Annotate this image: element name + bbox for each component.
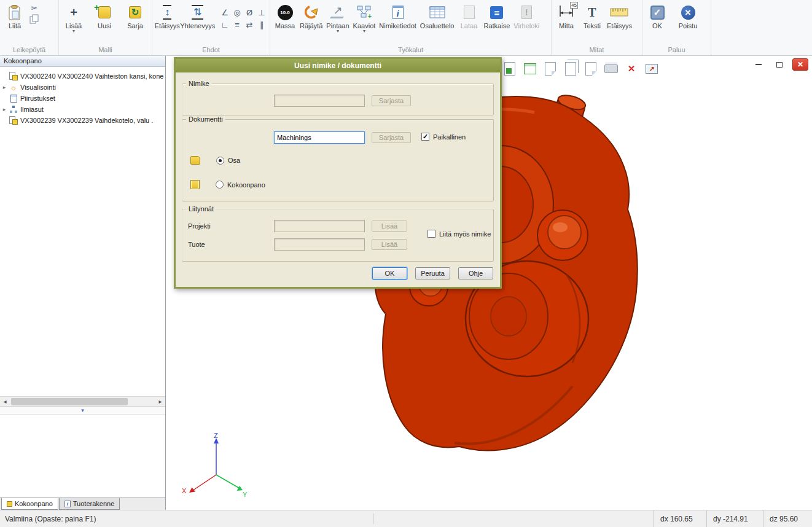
new-item-document-dialog: Uusi nimike / dokumentti Nimike Sarjasta…	[174, 57, 502, 289]
expand-icon[interactable]: ▸	[0, 106, 9, 112]
parallel2-constraint-icon[interactable]: ∥	[256, 18, 268, 31]
item-info-button[interactable]: i Nimiketiedot	[377, 1, 418, 29]
right-angle-constraint-icon[interactable]: ∟	[219, 18, 231, 31]
item-code-input[interactable]	[274, 95, 365, 107]
assembly-doc-icon	[9, 72, 18, 80]
product-input[interactable]	[274, 238, 365, 251]
paste-button[interactable]: Liitä	[2, 1, 28, 29]
sheet-new-icon[interactable]	[502, 61, 517, 77]
viewport-toolbar: ✕ ↗	[502, 61, 659, 77]
new-button[interactable]: + Uusi	[92, 1, 117, 29]
part-radio[interactable]	[216, 157, 224, 165]
explode-button[interactable]: Räjäytä	[298, 1, 324, 29]
cut-icon[interactable]: ✂	[31, 4, 38, 12]
export-icon[interactable]: ↗	[644, 61, 659, 77]
to-surface-icon: ↗	[330, 4, 345, 21]
print-icon[interactable]	[604, 61, 619, 77]
distance-constraint-button[interactable]: ↕ Etäisyys	[154, 1, 180, 29]
copy-icon[interactable]	[29, 14, 39, 25]
parallel-constraint-icon[interactable]: ≡	[231, 18, 243, 31]
scroll-left-icon[interactable]: ◂	[0, 397, 10, 407]
concentric-constraint-icon[interactable]: ◎	[231, 6, 243, 18]
explode-icon	[303, 3, 319, 21]
scrollbar-thumb[interactable]	[11, 398, 128, 405]
copy-document-icon[interactable]	[563, 61, 578, 77]
axis-x-label: X	[182, 487, 187, 494]
mass-icon: 10.0	[278, 5, 293, 20]
perpendicular-constraint-icon[interactable]: ⊥	[256, 6, 268, 18]
diagrams-icon: +	[356, 3, 372, 21]
series-label: Sarja	[127, 22, 143, 29]
group-label-tools: Työkalut	[270, 45, 551, 55]
links-group-label: Liitynnät	[186, 205, 216, 213]
solve-button[interactable]: ≡ Ratkaise	[482, 1, 512, 29]
dialog-titlebar[interactable]: Uusi nimike / dokumentti	[176, 59, 500, 72]
ok-ribbon-button[interactable]: ✓ OK	[644, 1, 670, 29]
link-item-checkbox-label: Liitä myös nimike	[439, 230, 491, 238]
drawings-icon	[10, 95, 17, 103]
tree-item-sub-part[interactable]: VX3002239 VX3002239 Vaihdekotelo, valu .	[0, 115, 165, 126]
paste-icon	[7, 3, 22, 21]
ok-ribbon-label: OK	[652, 22, 662, 29]
document-group-label: Dokumentti	[186, 115, 225, 123]
delete-icon[interactable]: ✕	[624, 61, 639, 77]
constraint-mini-grid: ∠ ◎ Ø ⊥ ∟ ≡ ⇄ ∥	[219, 1, 268, 31]
paste-label: Liitä	[9, 22, 21, 29]
parts-list-button[interactable]: Osaluettelo	[418, 1, 456, 29]
dialog-help-button[interactable]: Ohje	[458, 267, 493, 279]
text-button[interactable]: T Teksti	[579, 1, 605, 29]
tree-item-visualization[interactable]: ▸ ☼ Visualisointi	[0, 82, 165, 93]
diameter-constraint-icon[interactable]: Ø	[243, 6, 256, 18]
tree-item-root-assembly[interactable]: VX3002240 VX3002240 Vaihteiston kansi, k…	[0, 71, 165, 82]
ribbon-filler	[711, 0, 812, 55]
scroll-right-icon[interactable]: ▸	[155, 397, 165, 407]
expand-icon[interactable]: ▸	[0, 84, 9, 90]
table-green-icon[interactable]	[523, 61, 537, 77]
tree-item-label: VX3002239 VX3002239 Vaihdekotelo, valu .	[20, 117, 153, 124]
minimize-button[interactable]	[751, 58, 767, 71]
document-icon[interactable]	[543, 61, 558, 77]
tree-item-label: Visualisointi	[20, 84, 56, 91]
dimension-label: Mitta	[559, 22, 574, 29]
solve-icon: ≡	[490, 6, 503, 19]
tab-product-structure[interactable]: i Tuoterakenne	[59, 498, 120, 510]
part-type-icon	[190, 156, 200, 165]
measure-distance-button[interactable]: Etäisyys	[605, 1, 634, 29]
document-name-input[interactable]	[274, 131, 365, 144]
splitter-collapse-icon[interactable]: ▾	[81, 407, 84, 413]
dialog-cancel-button[interactable]: Peruuta	[415, 267, 450, 279]
swap-constraint-icon[interactable]: ⇄	[243, 18, 256, 31]
ribbon-group-clipboard: Liitä ✂ Leikepöytä	[0, 0, 59, 55]
tree-item-appearances[interactable]: ▸ Ilmiasut	[0, 104, 165, 115]
exit-button[interactable]: ✕ Poistu	[675, 1, 701, 29]
project-label: Projekti	[188, 222, 211, 230]
coincidence-button[interactable]: ⇅ Yhtenevyys	[180, 1, 215, 29]
item-info-label: Nimiketiedot	[379, 22, 416, 29]
local-checkbox[interactable]: ✓	[421, 133, 429, 141]
statusbar-separator	[373, 513, 374, 524]
ok-check-icon: ✓	[650, 6, 665, 20]
angle-constraint-icon[interactable]: ∠	[219, 6, 231, 18]
diagrams-button[interactable]: + Kaaviot ▾	[351, 1, 378, 33]
tab-assembly[interactable]: Kokoonpano	[1, 498, 58, 510]
tree-item-drawings[interactable]: Piirustukset	[0, 93, 165, 104]
series-button[interactable]: ↻ Sarja	[122, 1, 148, 29]
distance-constraint-label: Etäisyys	[155, 22, 180, 29]
dialog-ok-button[interactable]: OK	[372, 267, 407, 279]
link-item-checkbox[interactable]	[427, 230, 435, 238]
explode-label: Räjäytä	[300, 22, 322, 29]
add-dropdown-icon: ▾	[72, 29, 75, 33]
to-surface-button[interactable]: ↗ Pintaan ▾	[324, 1, 351, 33]
horizontal-scrollbar[interactable]: ◂ ▸	[0, 396, 165, 406]
restore-button[interactable]	[771, 58, 787, 71]
panel-splitter[interactable]: ▾	[0, 406, 165, 414]
ribbon-group-tools: 10.0 Massa Räjäytä ↗ Pintaan ▾ + Kaaviot…	[270, 0, 552, 55]
add-button[interactable]: + Lisää ▾	[61, 1, 87, 33]
mass-button[interactable]: 10.0 Massa	[272, 1, 298, 29]
close-button[interactable]: ✕	[792, 58, 808, 71]
project-input[interactable]	[274, 220, 365, 232]
dimension-button[interactable]: 45 Mitta	[553, 1, 579, 29]
item-info-icon: i	[392, 6, 404, 19]
assembly-radio[interactable]	[216, 181, 224, 189]
page-curl-icon[interactable]	[584, 61, 598, 77]
